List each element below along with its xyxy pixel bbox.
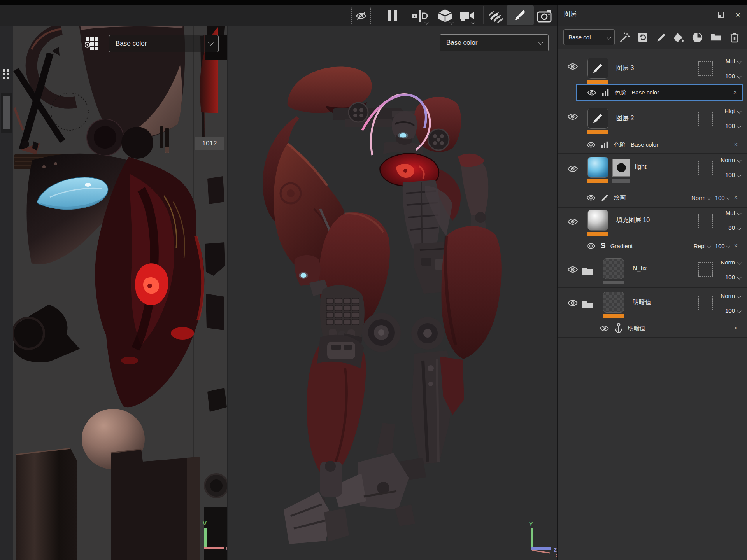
paint-tool-button[interactable]	[507, 5, 534, 25]
add-paint-layer-button[interactable]	[655, 31, 668, 44]
remove-effect-button[interactable]: ×	[733, 89, 737, 96]
add-smart-material-button[interactable]	[619, 31, 631, 44]
opacity-dropdown[interactable]: 100	[725, 172, 741, 178]
layer-thumbnail-paint[interactable]	[587, 108, 608, 129]
effect-blend-value: Repl	[694, 243, 706, 249]
layer-name[interactable]: 明暗值	[633, 298, 651, 306]
layer-name[interactable]: 图层 3	[616, 64, 634, 72]
layer-visibility-toggle[interactable]	[567, 112, 579, 121]
layer-thumbnail-material[interactable]	[587, 157, 608, 178]
layer-visibility-toggle[interactable]	[567, 265, 579, 274]
mask-placeholder[interactable]	[698, 296, 713, 310]
layers-panel-header: 图层 ×	[558, 5, 747, 26]
mask-placeholder[interactable]	[698, 161, 713, 175]
chevron-down-icon	[737, 294, 741, 298]
layer-visibility-toggle[interactable]	[567, 164, 579, 173]
effect-visibility-toggle[interactable]	[586, 141, 596, 149]
add-effect-button[interactable]	[691, 31, 703, 44]
blend-mode-dropdown[interactable]: Norm	[721, 292, 741, 299]
3d-channel-dropdown[interactable]: Base color	[440, 34, 549, 51]
effect-visibility-toggle[interactable]	[586, 194, 596, 201]
blend-mode-dropdown[interactable]: Norm	[721, 157, 741, 163]
brush-icon	[592, 112, 604, 124]
channel-filter-dropdown[interactable]: Base col	[563, 29, 615, 45]
brush-icon	[592, 62, 604, 74]
brush-icon	[656, 32, 666, 42]
brush-icon	[514, 9, 527, 22]
group-thumbnail[interactable]	[603, 292, 624, 313]
texture-set-icon[interactable]	[85, 37, 98, 50]
opacity-dropdown[interactable]: 80	[728, 224, 741, 231]
effect-row-levels[interactable]: 色阶 - Base color ×	[576, 137, 743, 152]
layer-name[interactable]: N_fix	[633, 265, 647, 272]
chevron-down-icon	[737, 173, 741, 177]
blend-mode-dropdown[interactable]: Hlgt	[724, 108, 741, 114]
delete-layer-button[interactable]	[728, 31, 741, 44]
visibility-toggle-button[interactable]	[351, 7, 371, 25]
add-folder-button[interactable]	[710, 31, 722, 44]
effect-blend-dropdown[interactable]: Norm	[691, 194, 710, 201]
opacity-value: 100	[725, 122, 735, 129]
mask-placeholder[interactable]	[698, 214, 713, 228]
effect-opacity-dropdown[interactable]: 100	[715, 194, 729, 201]
effect-row-anchor[interactable]: 明暗值 ×	[589, 320, 743, 336]
opacity-dropdown[interactable]: 100	[725, 73, 741, 79]
dock-grid-icon[interactable]	[2, 68, 11, 80]
layer-name[interactable]: 图层 2	[616, 114, 634, 122]
group-thumbnail[interactable]	[603, 258, 624, 279]
opacity-dropdown[interactable]: 100	[725, 122, 741, 129]
layer-thumbnail-paint[interactable]	[587, 58, 608, 79]
folder-icon[interactable]	[581, 266, 594, 276]
chevron-down-icon	[737, 109, 741, 113]
uv-canvas: V U	[13, 26, 227, 560]
channel-indicator-bar	[587, 232, 608, 236]
particles-tool-button[interactable]	[488, 9, 504, 24]
remove-effect-button[interactable]: ×	[734, 194, 738, 201]
blend-mode-value: Hlgt	[724, 108, 735, 114]
layer-thumbnail-fill[interactable]	[587, 210, 608, 231]
mask-placeholder[interactable]	[698, 112, 713, 126]
paint-bucket-icon	[673, 32, 684, 43]
opacity-dropdown[interactable]: 100	[725, 307, 741, 314]
effect-row-gradient[interactable]: S Gradient Repl 100 ×	[576, 238, 743, 254]
effect-visibility-toggle[interactable]	[599, 325, 609, 332]
pause-button[interactable]	[388, 10, 397, 21]
add-adjustment-button[interactable]	[637, 31, 649, 44]
effect-opacity-dropdown[interactable]: 100	[715, 243, 729, 249]
close-panel-button[interactable]: ×	[734, 10, 742, 19]
layer-visibility-toggle[interactable]	[567, 299, 579, 307]
blend-mode-value: Norm	[721, 157, 735, 163]
blend-mode-dropdown[interactable]: Norm	[721, 259, 741, 266]
blend-mode-value: Norm	[721, 259, 735, 266]
float-panel-button[interactable]	[717, 10, 725, 19]
strip-scrollbar-thumb[interactable]	[3, 96, 10, 130]
remove-effect-button[interactable]: ×	[734, 325, 738, 332]
screenshot-button[interactable]	[537, 9, 554, 23]
add-fill-layer-button[interactable]	[672, 31, 685, 44]
layer-name[interactable]: light	[635, 163, 646, 170]
mask-placeholder[interactable]	[698, 262, 713, 276]
effect-row-levels[interactable]: 色阶 - Base color ×	[576, 84, 743, 101]
layer-mask-thumbnail[interactable]	[612, 159, 630, 177]
layer-name[interactable]: 填充图层 10	[616, 216, 650, 224]
effect-visibility-toggle[interactable]	[586, 242, 596, 250]
layer-visibility-toggle[interactable]	[567, 217, 579, 226]
effect-blend-dropdown[interactable]: Repl	[694, 243, 710, 249]
folder-icon[interactable]	[581, 299, 594, 310]
blend-mode-dropdown[interactable]: Mul	[726, 58, 741, 65]
remove-effect-button[interactable]: ×	[734, 141, 738, 148]
remove-effect-button[interactable]: ×	[734, 242, 738, 249]
uv-channel-dropdown[interactable]: Base color	[109, 35, 219, 52]
uv-2d-viewport[interactable]: V U Base color 1012	[13, 26, 227, 560]
layer-visibility-toggle[interactable]	[567, 62, 579, 71]
blend-mode-dropdown[interactable]: Mul	[726, 210, 741, 216]
effect-visibility-toggle[interactable]	[587, 89, 597, 96]
3d-viewport[interactable]: Y Z X Base color	[227, 26, 558, 560]
effect-sphere-icon	[692, 32, 703, 43]
opacity-dropdown[interactable]: 100	[725, 274, 741, 280]
effect-row-paint[interactable]: 绘画 Norm 100 ×	[576, 190, 743, 205]
channel-indicator-bar	[587, 80, 608, 84]
mask-placeholder[interactable]	[698, 61, 713, 76]
render-mode-button[interactable]	[437, 9, 453, 23]
chevron-down-icon	[737, 124, 741, 128]
